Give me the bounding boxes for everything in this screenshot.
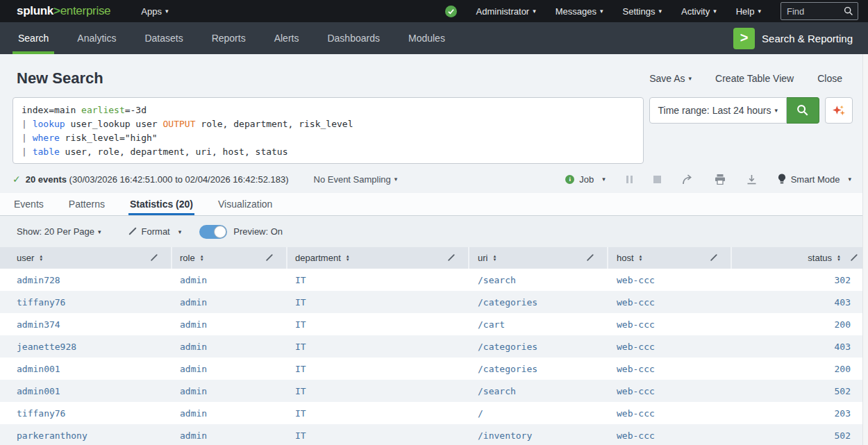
- table-cell-department[interactable]: IT: [287, 380, 468, 402]
- menu-messages[interactable]: Messages▾: [556, 6, 603, 17]
- sort-icon[interactable]: ▲▼: [492, 255, 496, 262]
- nav-item-modules[interactable]: Modules: [407, 22, 446, 54]
- table-cell-host[interactable]: web-ccc: [608, 358, 731, 380]
- sort-icon[interactable]: ▲▼: [346, 255, 350, 262]
- search-mode-dropdown[interactable]: Smart Mode ▾: [778, 174, 851, 185]
- table-cell-host[interactable]: web-ccc: [608, 313, 731, 335]
- edit-column-icon[interactable]: [447, 254, 456, 262]
- table-cell-role[interactable]: admin: [172, 424, 286, 445]
- print-button[interactable]: [715, 174, 726, 185]
- close-button[interactable]: Close: [817, 73, 842, 84]
- table-cell-user[interactable]: admin374: [0, 313, 171, 335]
- health-check-icon[interactable]: [445, 6, 457, 17]
- table-cell-role[interactable]: admin: [172, 313, 286, 335]
- table-cell-host[interactable]: web-ccc: [608, 402, 731, 424]
- table-cell-uri[interactable]: /categories: [469, 291, 607, 313]
- nav-item-reports[interactable]: Reports: [210, 22, 247, 54]
- share-job-button[interactable]: [682, 174, 694, 185]
- table-cell-host[interactable]: web-ccc: [608, 424, 731, 445]
- table-cell-user[interactable]: admin001: [0, 358, 171, 380]
- table-cell-user[interactable]: admin001: [0, 380, 171, 402]
- column-header-role[interactable]: role▲▼: [172, 247, 286, 269]
- nav-item-dashboards[interactable]: Dashboards: [326, 22, 381, 54]
- column-header-user[interactable]: user▲▼: [0, 247, 171, 269]
- table-cell-role[interactable]: admin: [172, 380, 286, 402]
- table-cell-user[interactable]: admin728: [0, 269, 171, 291]
- nav-item-search[interactable]: Search: [17, 22, 50, 54]
- table-cell-uri[interactable]: /categories: [469, 335, 607, 358]
- table-cell-status[interactable]: 200: [732, 313, 868, 335]
- table-cell-department[interactable]: IT: [287, 424, 468, 445]
- apps-menu[interactable]: Apps▾: [141, 6, 168, 17]
- ai-assistant-button[interactable]: [825, 97, 853, 124]
- find-search-box[interactable]: [781, 2, 858, 20]
- edit-column-icon[interactable]: [150, 254, 158, 262]
- table-cell-user[interactable]: parkeranthony: [0, 424, 171, 445]
- table-cell-user[interactable]: tiffany76: [0, 402, 171, 424]
- current-app-badge[interactable]: > Search & Reporting: [733, 22, 853, 54]
- menu-help[interactable]: Help▾: [736, 6, 761, 17]
- table-cell-uri[interactable]: /search: [469, 380, 607, 402]
- format-dropdown[interactable]: Format ▾: [128, 226, 182, 237]
- table-cell-status[interactable]: 200: [732, 358, 868, 380]
- column-header-status[interactable]: status▲▼: [732, 247, 868, 269]
- table-cell-role[interactable]: admin: [172, 291, 286, 313]
- table-cell-uri[interactable]: /inventory: [469, 424, 607, 445]
- per-page-dropdown[interactable]: Show: 20 Per Page▾: [17, 226, 101, 237]
- menu-administrator[interactable]: Administrator▾: [476, 6, 536, 17]
- preview-toggle[interactable]: [199, 225, 227, 239]
- sort-icon[interactable]: ▲▼: [200, 255, 204, 262]
- table-cell-uri[interactable]: /: [469, 402, 607, 424]
- job-menu[interactable]: i Job ▾: [565, 174, 606, 185]
- table-cell-department[interactable]: IT: [287, 269, 468, 291]
- column-header-department[interactable]: department▲▼: [287, 247, 468, 269]
- save-as-button[interactable]: Save As▾: [649, 73, 692, 84]
- nav-item-alerts[interactable]: Alerts: [273, 22, 301, 54]
- stop-job-button[interactable]: [653, 176, 661, 183]
- nav-item-datasets[interactable]: Datasets: [143, 22, 184, 54]
- menu-activity[interactable]: Activity▾: [681, 6, 717, 17]
- time-range-picker[interactable]: Time range: Last 24 hours▾: [649, 97, 787, 124]
- export-button[interactable]: [746, 174, 757, 185]
- table-cell-department[interactable]: IT: [287, 291, 468, 313]
- event-sampling-dropdown[interactable]: No Event Sampling▾: [314, 174, 398, 185]
- search-query-input[interactable]: index=main earliest=-3d| lookup user_loo…: [12, 97, 644, 164]
- table-cell-department[interactable]: IT: [287, 358, 468, 380]
- tab-visualization[interactable]: Visualization: [217, 193, 274, 215]
- edit-column-icon[interactable]: [265, 254, 274, 262]
- table-cell-status[interactable]: 203: [732, 402, 868, 424]
- menu-settings[interactable]: Settings▾: [623, 6, 662, 17]
- table-cell-department[interactable]: IT: [287, 313, 468, 335]
- table-cell-status[interactable]: 502: [732, 380, 868, 402]
- sort-icon[interactable]: ▲▼: [39, 255, 43, 262]
- table-cell-uri[interactable]: /cart: [469, 313, 607, 335]
- table-cell-role[interactable]: admin: [172, 402, 286, 424]
- table-cell-status[interactable]: 403: [732, 291, 868, 313]
- search-icon[interactable]: [844, 6, 853, 16]
- table-cell-status[interactable]: 302: [732, 269, 868, 291]
- table-cell-status[interactable]: 502: [732, 424, 868, 445]
- table-cell-status[interactable]: 403: [732, 335, 868, 358]
- table-cell-role[interactable]: admin: [172, 335, 286, 358]
- table-cell-user[interactable]: jeanette928: [0, 335, 171, 358]
- create-table-view-button[interactable]: Create Table View: [715, 73, 794, 84]
- table-cell-user[interactable]: tiffany76: [0, 291, 171, 313]
- sort-icon[interactable]: ▲▼: [639, 255, 643, 262]
- column-header-uri[interactable]: uri▲▼: [469, 247, 607, 269]
- tab-statistics[interactable]: Statistics (20): [128, 193, 194, 215]
- column-header-host[interactable]: host▲▼: [608, 247, 731, 269]
- find-input[interactable]: [787, 6, 844, 17]
- tab-events[interactable]: Events: [12, 193, 45, 215]
- tab-patterns[interactable]: Patterns: [67, 193, 106, 215]
- edit-column-icon[interactable]: [710, 254, 718, 262]
- table-cell-host[interactable]: web-ccc: [608, 291, 731, 313]
- run-search-button[interactable]: [787, 97, 819, 124]
- edit-column-icon[interactable]: [586, 254, 594, 262]
- table-cell-department[interactable]: IT: [287, 402, 468, 424]
- sort-icon[interactable]: ▲▼: [837, 255, 841, 262]
- table-cell-role[interactable]: admin: [172, 269, 286, 291]
- table-cell-host[interactable]: web-ccc: [608, 269, 731, 291]
- table-cell-uri[interactable]: /categories: [469, 358, 607, 380]
- table-cell-uri[interactable]: /search: [469, 269, 607, 291]
- nav-item-analytics[interactable]: Analytics: [76, 22, 117, 54]
